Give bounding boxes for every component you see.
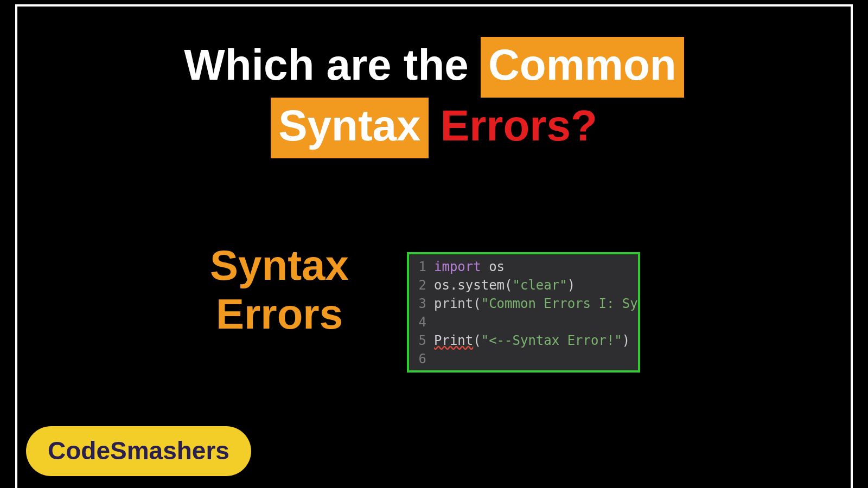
title-highlight-syntax: Syntax bbox=[271, 98, 428, 158]
code-line: 2os.system("clear") bbox=[409, 276, 638, 294]
subtitle-line1: Syntax bbox=[182, 241, 377, 290]
title-highlight-common: Common bbox=[481, 37, 684, 98]
slide-title: Which are the Common Syntax Errors? bbox=[0, 37, 868, 158]
title-part1: Which are the bbox=[184, 41, 481, 89]
brand-badge: CodeSmashers bbox=[26, 426, 251, 476]
line-number: 2 bbox=[409, 276, 434, 294]
code-content bbox=[434, 350, 638, 368]
line-number: 6 bbox=[409, 350, 434, 368]
line-number: 3 bbox=[409, 294, 434, 313]
code-content: print("Common Errors I: Sy bbox=[434, 294, 638, 313]
code-snippet: 1import os2os.system("clear")3print("Com… bbox=[407, 252, 640, 373]
line-number: 1 bbox=[409, 258, 434, 276]
code-line: 6 bbox=[409, 350, 638, 368]
code-line: 3print("Common Errors I: Sy bbox=[409, 294, 638, 313]
code-content: import os bbox=[434, 258, 638, 276]
line-number: 4 bbox=[409, 313, 434, 331]
code-content: os.system("clear") bbox=[434, 276, 638, 294]
title-errors: Errors? bbox=[429, 101, 597, 150]
code-content: Print("<--Syntax Error!") bbox=[434, 331, 638, 350]
line-number: 5 bbox=[409, 331, 434, 350]
code-line: 5Print("<--Syntax Error!") bbox=[409, 331, 638, 350]
subtitle-line2: Errors bbox=[182, 290, 377, 339]
code-line: 4 bbox=[409, 313, 638, 331]
code-content bbox=[434, 313, 638, 331]
code-line: 1import os bbox=[409, 258, 638, 276]
subtitle-syntax-errors: Syntax Errors bbox=[182, 241, 377, 338]
